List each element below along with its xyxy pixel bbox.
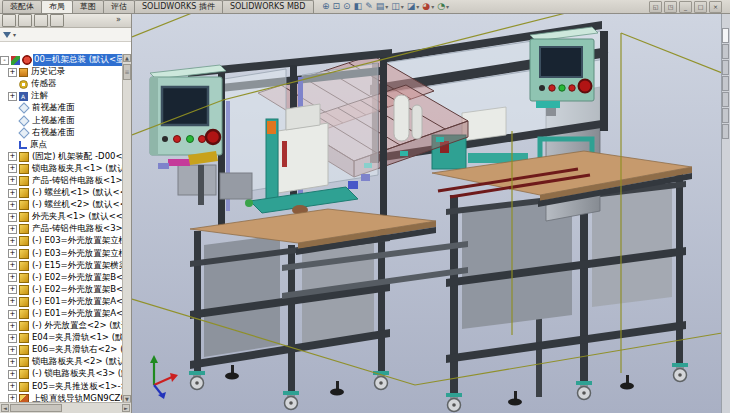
assembly-icon: [11, 56, 20, 65]
component-icon: [19, 261, 29, 271]
tree-item[interactable]: 传感器: [0, 78, 123, 90]
expander-icon[interactable]: [8, 201, 17, 210]
tree-item-label: (-) E02=外壳放置架B<2: [31, 284, 123, 296]
tree-item[interactable]: (固定) 机架装配 -D00<1: [0, 151, 123, 163]
expander-icon[interactable]: [8, 237, 17, 246]
expander-icon[interactable]: [8, 152, 17, 161]
tree-item[interactable]: (-) E03=外壳放置架立柱: [0, 248, 123, 260]
expander-icon[interactable]: [8, 189, 17, 198]
tree-item[interactable]: (-) E01=外壳放置架A<2: [0, 308, 123, 320]
tree-item[interactable]: 右视基准面: [0, 127, 123, 139]
tree-item-label: E05=夹具推送板<1>->: [31, 381, 123, 393]
tree-item[interactable]: (-) E01=外壳放置架A<1: [0, 296, 123, 308]
tree-item-label: (-) E02=外壳放置架B<1: [31, 272, 123, 284]
expander-icon[interactable]: [8, 273, 17, 282]
tree-item[interactable]: (-) 螺丝机<2> (默认<<: [0, 199, 123, 211]
tree-item[interactable]: E05=夹具推送板<1>->: [0, 381, 123, 393]
command-tab[interactable]: 评估: [103, 0, 135, 13]
scroll-right-icon[interactable]: [122, 404, 130, 412]
tree-item-label: 产品-铸铝件电路板<3>: [31, 223, 123, 235]
expander-icon[interactable]: [8, 382, 17, 391]
expander-icon[interactable]: [8, 164, 17, 173]
expander-icon[interactable]: [8, 346, 17, 355]
tree-item[interactable]: 历史记录: [0, 66, 123, 78]
scroll-up-icon[interactable]: [123, 54, 131, 62]
tree-item[interactable]: 外壳夹具<1> (默认<<显: [0, 211, 123, 223]
tree-scrollbar-horizontal[interactable]: [0, 402, 131, 413]
plane-icon: [18, 103, 29, 114]
tree-item[interactable]: 锁电路板夹具<2> (默认: [0, 356, 123, 368]
tree-scrollbar-vertical[interactable]: [122, 54, 131, 403]
filter-icon[interactable]: [3, 32, 11, 38]
expander-icon[interactable]: [8, 92, 17, 101]
expander-icon[interactable]: [8, 285, 17, 294]
tree-item-label: (-) 锁电路板夹具<3> (默: [31, 368, 123, 380]
tree-item[interactable]: 产品-铸铝件电路板<3>: [0, 223, 123, 235]
tree-item[interactable]: (-) E02=外壳放置架B<2: [0, 284, 123, 296]
expander-icon[interactable]: [8, 68, 17, 77]
graphics-viewport[interactable]: [132, 13, 722, 413]
expander-icon[interactable]: [8, 213, 17, 222]
command-tab[interactable]: 布局: [41, 0, 73, 13]
component-icon: [19, 176, 29, 186]
component-icon: [19, 357, 29, 367]
command-tab[interactable]: SOLIDWORKS MBD: [222, 0, 314, 13]
expander-icon[interactable]: [8, 334, 17, 343]
component-icon: [19, 152, 29, 162]
tree-item-label: (-) 螺丝机<1> (默认<<: [31, 187, 123, 199]
command-bar: 装配体布局草图评估SOLIDWORKS 插件SOLIDWORKS MBD ⊕⊡⊙…: [0, 0, 730, 14]
expander-icon[interactable]: [8, 225, 17, 234]
tree-item-label: 外壳夹具<1> (默认<<显: [31, 211, 123, 223]
tree-item[interactable]: 00=机架总装 (默认<显: [0, 54, 123, 66]
expander-icon[interactable]: [8, 310, 17, 319]
expander-icon[interactable]: [8, 322, 17, 331]
command-tab[interactable]: 草图: [72, 0, 104, 13]
scroll-thumb-horizontal[interactable]: [10, 404, 62, 412]
tree-item[interactable]: 原点: [0, 139, 123, 151]
command-tab[interactable]: SOLIDWORKS 插件: [134, 0, 223, 13]
filter-dropdown-caret[interactable]: ▾: [13, 31, 16, 38]
scroll-thumb[interactable]: [123, 64, 131, 80]
tree-item[interactable]: (-) E03=外壳放置架立柱: [0, 235, 123, 247]
tree-item[interactable]: E06=夹具滑轨右<2> (默: [0, 344, 123, 356]
tree-item[interactable]: E04=夹具滑轨<1> (默认: [0, 332, 123, 344]
tree-item[interactable]: (-) E02=外壳放置架B<1: [0, 272, 123, 284]
feature-manager-panel: ▾ 00=机架总装 (默认<显 历史记录 传感器: [0, 13, 132, 413]
tree-item[interactable]: 上视基准面: [0, 114, 123, 126]
tree-item[interactable]: 产品-铸铝件电路板<1>: [0, 175, 123, 187]
tree-item-label: (-) 外壳放置盒<2> (默认: [31, 320, 123, 332]
tree-item-label: 产品-铸铝件电路板<1>: [31, 175, 123, 187]
expander-icon[interactable]: [8, 297, 17, 306]
expander-icon[interactable]: [8, 370, 17, 379]
history-icon: [19, 68, 28, 77]
command-tab[interactable]: 装配体: [2, 0, 42, 13]
tree-item-label: 锁电路板夹具<1> (默认: [31, 163, 123, 175]
tree-item-label: 历史记录: [30, 66, 66, 78]
tree-item[interactable]: 前视基准面: [0, 102, 123, 114]
expander-icon[interactable]: [8, 249, 17, 258]
tree-item-label: 原点: [29, 139, 48, 151]
tree-item[interactable]: (-) 外壳放置盒<2> (默认: [0, 320, 123, 332]
component-icon: [19, 188, 29, 198]
task-pane-strip: [721, 13, 730, 413]
toolbar-overflow-icon[interactable]: [116, 13, 121, 27]
command-tabs: 装配体布局草图评估SOLIDWORKS 插件SOLIDWORKS MBD: [2, 0, 313, 13]
tree-item[interactable]: 锁电路板夹具<1> (默认: [0, 163, 123, 175]
tree-item-label: 锁电路板夹具<2> (默认: [31, 356, 123, 368]
tree-item[interactable]: (-) 锁电路板夹具<3> (默: [0, 368, 123, 380]
expander-icon[interactable]: [8, 358, 17, 367]
scroll-left-icon[interactable]: [1, 404, 9, 412]
annotations-icon: [19, 92, 28, 101]
feature-tree: 00=机架总装 (默认<显 历史记录 传感器 注解: [0, 54, 123, 403]
tree-item[interactable]: (-) E15=外壳放置架横梁: [0, 260, 123, 272]
expander-icon[interactable]: [0, 56, 9, 65]
tree-item[interactable]: 注解: [0, 90, 123, 102]
expander-icon[interactable]: [8, 176, 17, 185]
component-icon: [19, 273, 29, 283]
tree-item[interactable]: (-) 螺丝机<1> (默认<<: [0, 187, 123, 199]
expander-icon[interactable]: [8, 261, 17, 270]
component-icon: [19, 321, 29, 331]
tree-item-label: E06=夹具滑轨右<2> (默: [31, 344, 123, 356]
tree-item-label: (-) E01=外壳放置架A<1: [31, 296, 123, 308]
tree-item-label: 上视基准面: [31, 115, 76, 127]
